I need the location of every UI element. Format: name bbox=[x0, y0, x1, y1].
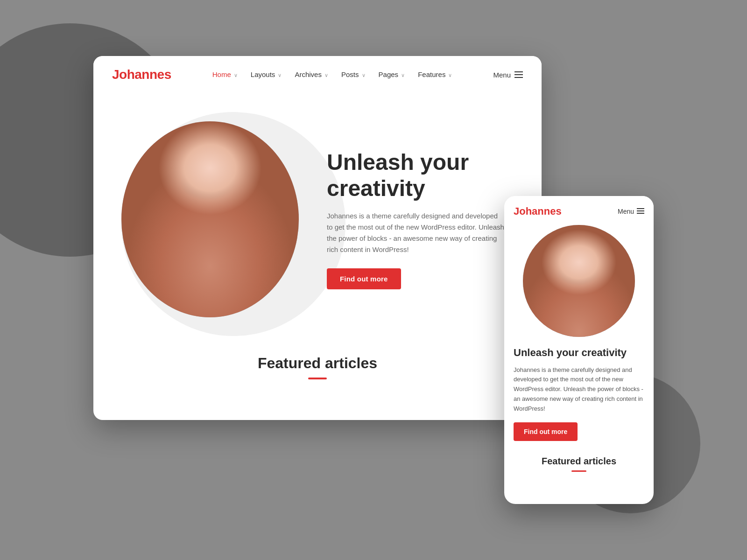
desktop-find-out-button[interactable]: Find out more bbox=[327, 268, 401, 289]
hamburger-icon bbox=[514, 71, 523, 78]
chevron-down-icon: ∨ bbox=[233, 72, 238, 78]
chevron-down-icon: ∨ bbox=[400, 72, 405, 78]
nav-item-posts[interactable]: Posts ∨ bbox=[341, 70, 366, 79]
desktop-menu-button[interactable]: Menu bbox=[493, 71, 523, 79]
mobile-featured-section: Featured articles bbox=[504, 452, 654, 472]
mobile-featured-title: Featured articles bbox=[504, 456, 654, 467]
mobile-hero-photo bbox=[523, 225, 635, 337]
chevron-down-icon: ∨ bbox=[276, 72, 282, 78]
scene: Johannes Home ∨ Layouts ∨ Archives ∨ bbox=[93, 56, 654, 504]
mobile-hamburger-icon bbox=[637, 208, 644, 215]
hero-photo bbox=[121, 121, 299, 317]
featured-underline bbox=[308, 378, 327, 379]
mobile-menu-button[interactable]: Menu bbox=[618, 208, 644, 215]
mobile-hero-image bbox=[523, 225, 635, 337]
mobile-logo: Johannes bbox=[514, 205, 562, 217]
nav-link-pages[interactable]: Pages ∨ bbox=[379, 70, 405, 78]
mobile-nav: Johannes Menu bbox=[504, 196, 654, 225]
chevron-down-icon: ∨ bbox=[360, 72, 366, 78]
desktop-hero-description: Johannes is a theme carefully designed a… bbox=[327, 210, 504, 255]
desktop-hero: Unleash your creativity Johannes is a th… bbox=[93, 93, 542, 336]
mobile-find-out-button[interactable]: Find out more bbox=[514, 422, 578, 441]
desktop-logo: Johannes bbox=[112, 67, 171, 82]
nav-item-home[interactable]: Home ∨ bbox=[212, 70, 238, 79]
mobile-hero-title: Unleash your creativity bbox=[514, 346, 644, 360]
mobile-hero-description: Johannes is a theme carefully designed a… bbox=[514, 365, 644, 414]
chevron-down-icon: ∨ bbox=[323, 72, 328, 78]
desktop-nav-links: Home ∨ Layouts ∨ Archives ∨ Posts ∨ bbox=[212, 70, 452, 79]
desktop-featured-section: Featured articles bbox=[93, 336, 542, 389]
desktop-hero-text: Unleash your creativity Johannes is a th… bbox=[327, 149, 504, 289]
nav-link-home[interactable]: Home ∨ bbox=[212, 70, 238, 78]
desktop-nav: Johannes Home ∨ Layouts ∨ Archives ∨ bbox=[93, 56, 542, 93]
desktop-mockup: Johannes Home ∨ Layouts ∨ Archives ∨ bbox=[93, 56, 542, 420]
nav-link-features[interactable]: Features ∨ bbox=[418, 70, 452, 78]
mobile-featured-underline bbox=[571, 470, 586, 472]
nav-item-archives[interactable]: Archives ∨ bbox=[295, 70, 328, 79]
mobile-mockup: Johannes Menu Unleash your creativity Jo… bbox=[504, 196, 654, 504]
desktop-featured-title: Featured articles bbox=[93, 355, 542, 372]
nav-link-archives[interactable]: Archives ∨ bbox=[295, 70, 328, 78]
nav-link-layouts[interactable]: Layouts ∨ bbox=[251, 70, 282, 78]
nav-item-pages[interactable]: Pages ∨ bbox=[379, 70, 405, 79]
chevron-down-icon: ∨ bbox=[447, 72, 452, 78]
nav-item-layouts[interactable]: Layouts ∨ bbox=[251, 70, 282, 79]
nav-item-features[interactable]: Features ∨ bbox=[418, 70, 452, 79]
desktop-hero-title: Unleash your creativity bbox=[327, 149, 504, 201]
mobile-content: Unleash your creativity Johannes is a th… bbox=[504, 346, 654, 452]
nav-link-posts[interactable]: Posts ∨ bbox=[341, 70, 366, 78]
desktop-hero-image bbox=[121, 121, 299, 317]
